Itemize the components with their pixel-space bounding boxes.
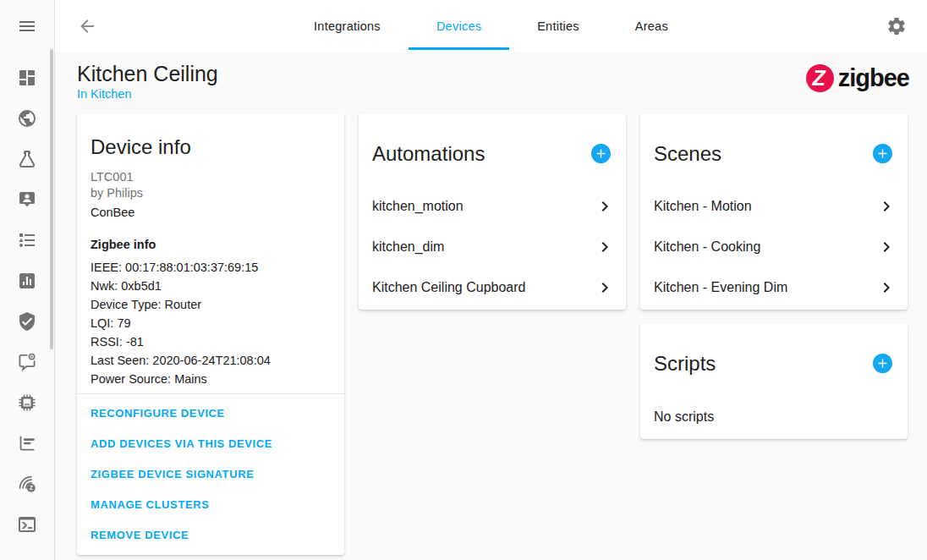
plus-icon: [875, 146, 890, 161]
zigbee-logo: Z zigbee: [806, 64, 909, 92]
sidebar-item-terminal[interactable]: [0, 504, 54, 545]
zigbee-network-icon: Z: [17, 474, 37, 494]
terminal-icon: [17, 514, 37, 535]
sidebar-nav: Z: [0, 58, 54, 545]
add-scene-button[interactable]: [873, 144, 892, 163]
scene-name: Kitchen - Cooking: [654, 239, 760, 255]
plus-icon: [594, 146, 608, 161]
device-model: LTC001 by Philips: [77, 159, 344, 200]
history-chart-icon: [17, 271, 37, 291]
card-header: Scripts: [640, 323, 908, 376]
chevron-right-icon: [595, 277, 615, 298]
card-header: Automations: [359, 113, 626, 166]
config-tabs: Integrations Devices Entities Areas: [55, 0, 927, 52]
sidebar-scrollbar-thumb[interactable]: [50, 49, 53, 349]
card-title: Scripts: [654, 351, 716, 376]
svg-text:Z: Z: [30, 485, 34, 491]
map-globe-icon: [17, 108, 37, 129]
chevron-right-icon: [876, 196, 897, 217]
sidebar-item-logs[interactable]: [0, 423, 54, 464]
device-actions: Reconfigure Device Add Devices Via This …: [77, 394, 344, 553]
sidebar-item-conversation[interactable]: [0, 342, 54, 382]
card-title: Device info: [77, 113, 344, 159]
page-title: Kitchen Ceiling: [77, 62, 218, 86]
logs-icon: [17, 433, 37, 453]
manage-clusters-button[interactable]: Manage Clusters: [77, 489, 344, 519]
zigbee-device-signature-button[interactable]: Zigbee Device Signature: [77, 458, 344, 489]
sidebar-item-supervisor[interactable]: [0, 301, 54, 342]
sidebar-item-history[interactable]: [0, 261, 54, 301]
add-devices-via-device-button[interactable]: Add Devices Via This Device: [77, 428, 344, 458]
device-page: Kitchen Ceiling In Kitchen Z zigbee Devi…: [55, 52, 927, 560]
person-badge-icon: [17, 189, 37, 210]
scene-name: Kitchen - Evening Dim: [654, 280, 787, 295]
sidebar: Z: [0, 0, 55, 560]
tab-integrations[interactable]: Integrations: [286, 0, 409, 52]
card-header: Scenes: [640, 113, 908, 166]
chevron-right-icon: [595, 237, 615, 257]
sidebar-item-zigbee[interactable]: Z: [0, 464, 54, 504]
integration-name: ConBee: [77, 200, 344, 219]
attr-power-source: Power Source: Mains: [91, 370, 331, 388]
automation-name: kitchen_motion: [372, 199, 464, 214]
attr-nwk: Nwk: 0xb5d1: [91, 277, 331, 295]
area-link[interactable]: In Kitchen: [77, 87, 132, 101]
supervisor-shield-icon: [17, 311, 37, 332]
card-title: Automations: [372, 141, 485, 166]
sidebar-item-person[interactable]: [0, 179, 54, 220]
add-script-button[interactable]: [873, 354, 892, 373]
automation-list: kitchen_motion kitchen_dim Kitchen Ceili…: [359, 186, 626, 308]
sidebar-item-map[interactable]: [0, 98, 54, 139]
hamburger-menu-icon: [17, 16, 37, 36]
automation-row[interactable]: kitchen_motion: [359, 186, 626, 227]
scene-row[interactable]: Kitchen - Motion: [640, 186, 908, 227]
conversation-bubble-icon: [17, 352, 37, 372]
sidebar-item-logbook[interactable]: [0, 220, 54, 261]
zigbee-info-heading: Zigbee info: [77, 219, 344, 251]
automation-row[interactable]: Kitchen Ceiling Cupboard: [359, 267, 626, 308]
automations-card: Automations kitchen_motion kitchen_dim: [359, 113, 626, 310]
column-automations: Automations kitchen_motion kitchen_dim: [359, 113, 626, 555]
automation-name: kitchen_dim: [372, 239, 444, 255]
tab-label: Devices: [436, 19, 481, 33]
attr-rssi: RSSI: -81: [91, 332, 331, 351]
top-toolbar: Integrations Devices Entities Areas: [55, 0, 927, 52]
tab-entities[interactable]: Entities: [509, 0, 607, 52]
settings-button[interactable]: [886, 16, 907, 36]
no-scripts-text: No scripts: [640, 409, 908, 425]
esphome-chip-icon: [17, 393, 37, 413]
scene-row[interactable]: Kitchen - Evening Dim: [640, 267, 908, 308]
scenes-card: Scenes Kitchen - Motion Kitchen - Cookin…: [640, 113, 908, 310]
lab-flask-icon: [17, 149, 37, 169]
zigbee-logo-text: zigbee: [838, 64, 909, 92]
menu-button[interactable]: [0, 0, 54, 52]
scene-row[interactable]: Kitchen - Cooking: [640, 227, 908, 267]
model-number: LTC001: [91, 169, 331, 185]
device-info-card: Device info LTC001 by Philips ConBee Zig…: [77, 113, 344, 555]
automation-row[interactable]: kitchen_dim: [359, 227, 626, 267]
automation-name: Kitchen Ceiling Cupboard: [372, 280, 525, 295]
scene-list: Kitchen - Motion Kitchen - Cooking Kitch…: [640, 186, 908, 308]
tab-label: Integrations: [314, 19, 381, 33]
attr-device-type: Device Type: Router: [91, 295, 331, 314]
scripts-card: Scripts No scripts: [640, 323, 908, 439]
tab-label: Entities: [537, 19, 579, 33]
attr-ieee: IEEE: 00:17:88:01:03:37:69:15: [91, 258, 331, 277]
sidebar-item-dashboard[interactable]: [0, 58, 54, 98]
reconfigure-device-button[interactable]: Reconfigure Device: [77, 398, 344, 428]
logbook-list-icon: [17, 230, 37, 250]
chevron-right-icon: [876, 237, 897, 257]
tab-label: Areas: [635, 19, 668, 33]
dashboard-icon: [17, 68, 37, 88]
remove-device-button[interactable]: Remove Device: [77, 519, 344, 550]
sidebar-item-esphome[interactable]: [0, 382, 54, 423]
tab-devices[interactable]: Devices: [409, 0, 509, 52]
tab-areas[interactable]: Areas: [607, 0, 696, 52]
sidebar-item-lab[interactable]: [0, 139, 54, 179]
manufacturer: by Philips: [91, 185, 331, 201]
chevron-right-icon: [595, 196, 615, 217]
zigbee-logo-icon: Z: [806, 64, 834, 92]
zigbee-attributes: IEEE: 00:17:88:01:03:37:69:15 Nwk: 0xb5d…: [77, 251, 344, 388]
add-automation-button[interactable]: [591, 144, 611, 163]
scene-name: Kitchen - Motion: [654, 199, 752, 214]
